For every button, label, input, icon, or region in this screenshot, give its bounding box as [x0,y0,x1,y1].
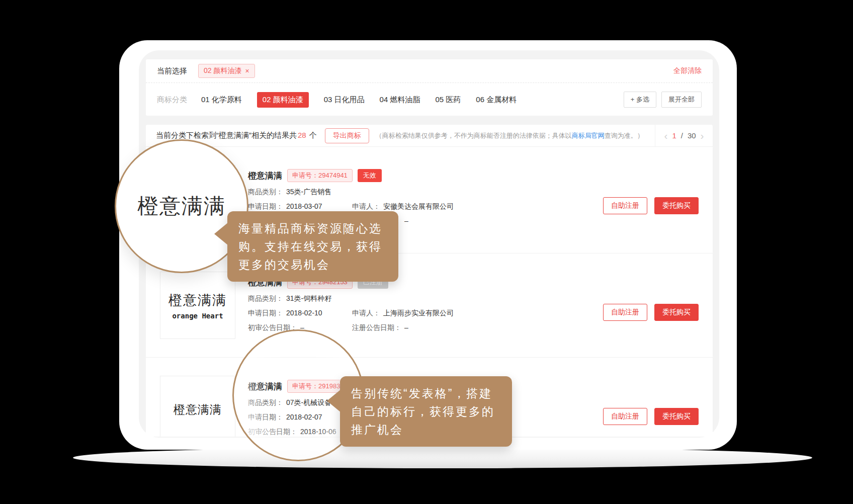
multi-select-button[interactable]: + 多选 [624,92,656,108]
filter-actions: + 多选 展开全部 [624,92,702,108]
thumb-cn-text: 橙意满满 [168,291,227,309]
clear-all-link[interactable]: 全部清除 [673,66,702,75]
applicant-label: 申请人： [352,308,380,318]
category-tab-05[interactable]: 05 医药 [435,95,461,105]
tooltip-promotion: 告别传统“发表格”，搭建自己的标行，获得更多的推广机会 [340,376,512,447]
entrust-buy-button[interactable]: 委托购买 [654,408,699,425]
page: 当前选择 02 颜料油漆 × 全部清除 商标分类 01 化学原料 02 颜料油漆… [0,0,853,504]
trademark-office-link[interactable]: 商标局官网 [572,132,605,139]
apply-date-value: 2018-02-07 [286,412,322,422]
results-summary-prefix: 当前分类下检索到“橙意满满”相关的结果共 [156,131,297,139]
reg-notice-label: 注册公告日期： [352,323,401,332]
category-tab-02-selected[interactable]: 02 颜料油漆 [257,92,309,108]
category-value: 07类-机械设备 [286,398,331,407]
expand-all-button[interactable]: 展开全部 [661,92,702,108]
applicant-value: 上海雨步实业有限公司 [383,308,454,318]
export-trademark-button[interactable]: 导出商标 [325,128,369,143]
first-notice-value: – [300,323,304,332]
trademark-thumb: 橙意满满 [160,376,235,437]
pagination: ‹ 1 / 30 › [655,125,713,146]
filter-card: 当前选择 02 颜料油漆 × 全部清除 商标分类 01 化学原料 02 颜料油漆… [146,59,713,116]
prev-page-icon[interactable]: ‹ [664,130,667,141]
category-label: 商品类别： [248,187,283,197]
reg-notice-value: – [404,216,408,226]
apply-date-label: 申请日期： [248,202,283,211]
status-badge: 无效 [358,169,382,182]
entrust-buy-button[interactable]: 委托购买 [654,197,699,214]
results-unit: 个 [307,131,317,139]
disclaimer-pre: （商标检索结果仅供参考，不作为商标能否注册的法律依据；具体以 [376,132,572,139]
category-tab-01[interactable]: 01 化学原料 [201,95,242,105]
category-value: 35类-广告销售 [286,187,331,197]
trademark-detail: 橙意满满 申请号：29482153 已注册 商品类别：31类-饲料种籽 申请日期… [248,276,454,332]
first-notice-label: 初审公告日期： [248,323,297,332]
trademark-name: 橙意满满 [248,381,282,392]
results-header: 当前分类下检索到“橙意满满”相关的结果共28 个 导出商标 （商标检索结果仅供参… [146,125,713,147]
disclaimer-post: 查询为准。） [605,132,644,139]
current-page: 1 [672,131,676,140]
first-notice-value: 2018-10-06 [300,427,336,437]
category-tab-04[interactable]: 04 燃料油脂 [380,95,420,105]
category-row-label: 商标分类 [157,95,187,105]
results-count: 28 [297,131,307,139]
category-label: 商品类别： [248,398,283,407]
category-label: 商品类别： [248,294,283,303]
magnified-trademark-text: 橙意满满 [137,192,226,220]
self-register-button[interactable]: 自助注册 [603,304,647,321]
category-tabs: 01 化学原料 02 颜料油漆 03 日化用品 04 燃料油脂 05 医药 06… [201,92,517,108]
laptop-base [73,447,812,468]
self-register-button[interactable]: 自助注册 [603,197,647,214]
self-register-button[interactable]: 自助注册 [603,408,647,425]
thumb-en-text: orange Heart [172,312,223,320]
category-tab-03[interactable]: 03 日化用品 [324,95,365,105]
apply-date-label: 申请日期： [248,412,283,422]
selected-category-tag-label: 02 颜料油漆 [204,66,241,75]
thumb-cn-text: 橙意满满 [174,402,222,417]
tooltip-marketplace: 海量精品商标资源随心选购。支持在线交易，获得更多的交易机会 [227,211,398,282]
apply-date-label: 申请日期： [248,308,283,318]
apply-date-value: 2018-02-10 [286,308,322,318]
selected-category-tag[interactable]: 02 颜料油漆 × [198,64,255,78]
tooltip-text: 海量精品商标资源随心选购。支持在线交易，获得更多的交易机会 [238,222,382,271]
category-tab-06[interactable]: 06 金属材料 [476,95,517,105]
current-selection-label: 当前选择 [157,66,187,76]
app-no-label: 申请号： [292,382,318,390]
category-row: 商标分类 01 化学原料 02 颜料油漆 03 日化用品 04 燃料油脂 05 … [146,83,713,116]
total-pages: 30 [688,131,696,140]
tooltip-text: 告别传统“发表格”，搭建自己的标行，获得更多的推广机会 [351,387,495,436]
tooltip-arrow-left-icon [327,389,341,412]
application-number-tag: 申请号：29474941 [287,169,353,182]
applicant-label: 申请人： [352,202,380,211]
apply-date-value: 2018-03-07 [286,202,322,211]
applicant-value: 安徽美达会展有限公司 [383,202,454,211]
page-separator: / [681,131,683,140]
reg-notice-value: – [404,323,408,332]
current-selection-row: 当前选择 02 颜料油漆 × 全部清除 [146,59,713,83]
tooltip-arrow-left-icon [214,222,228,245]
category-value: 31类-饲料种籽 [286,294,331,303]
trademark-name: 橙意满满 [248,170,282,182]
trademark-thumb: 橙意满满 orange Heart [160,272,235,339]
app-no-value: 29474941 [318,172,348,179]
next-page-icon[interactable]: › [701,130,704,141]
app-no-label: 申请号： [292,172,318,179]
remove-tag-icon[interactable]: × [245,67,249,75]
entrust-buy-button[interactable]: 委托购买 [654,304,699,321]
disclaimer-text: （商标检索结果仅供参考，不作为商标能否注册的法律依据；具体以商标局官网查询为准。… [376,131,644,140]
first-notice-label: 初审公告日期： [248,427,297,437]
